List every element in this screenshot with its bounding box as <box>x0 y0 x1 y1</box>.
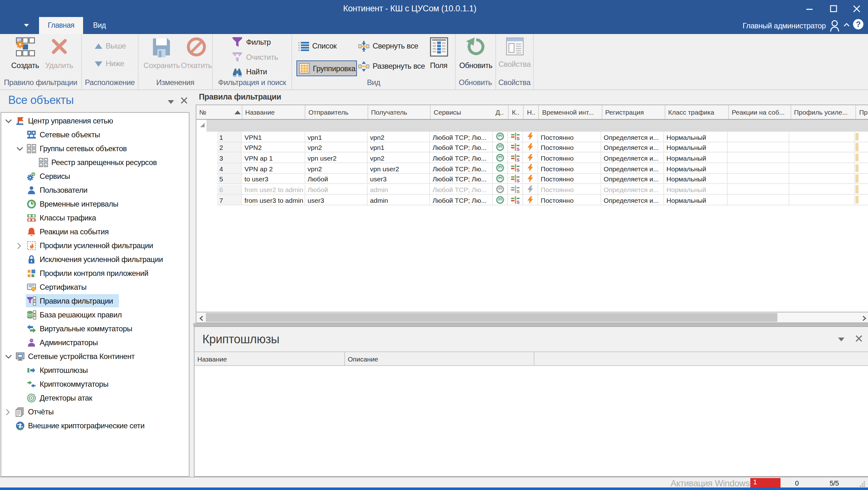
svg-text:s: s <box>516 167 519 172</box>
svg-text:s: s <box>516 146 519 151</box>
svg-text:s: s <box>516 188 519 193</box>
svg-text:s: s <box>516 156 519 162</box>
svg-text:?: ? <box>856 20 861 28</box>
svg-text:s: s <box>516 198 519 204</box>
svg-text:s: s <box>516 177 519 183</box>
svg-text:s: s <box>516 136 519 141</box>
